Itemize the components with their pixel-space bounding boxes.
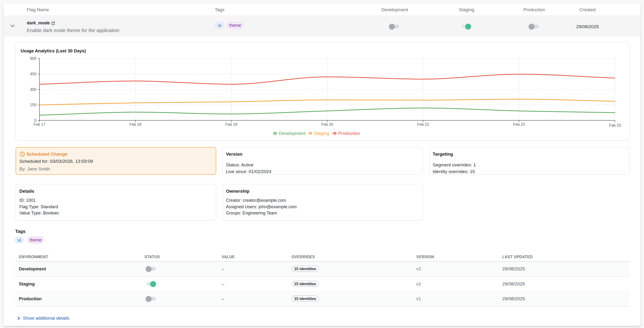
svg-text:Production: Production [338, 131, 360, 136]
svg-text:Feb 17: Feb 17 [34, 122, 46, 126]
svg-text:Feb 23: Feb 23 [609, 123, 621, 127]
svg-text:300: 300 [30, 87, 36, 92]
svg-text:0: 0 [34, 118, 36, 122]
svg-text:Staging: Staging [314, 131, 329, 136]
svg-text:Development: Development [279, 131, 306, 136]
svg-text:Feb 18: Feb 18 [130, 122, 142, 126]
svg-text:450: 450 [30, 72, 36, 76]
svg-text:600: 600 [30, 56, 36, 60]
svg-text:Feb 19: Feb 19 [225, 122, 237, 126]
svg-text:Feb 20: Feb 20 [321, 122, 333, 126]
svg-text:Feb 21: Feb 21 [417, 122, 429, 126]
svg-text:Feb 22: Feb 22 [513, 122, 525, 126]
svg-text:150: 150 [30, 103, 36, 107]
